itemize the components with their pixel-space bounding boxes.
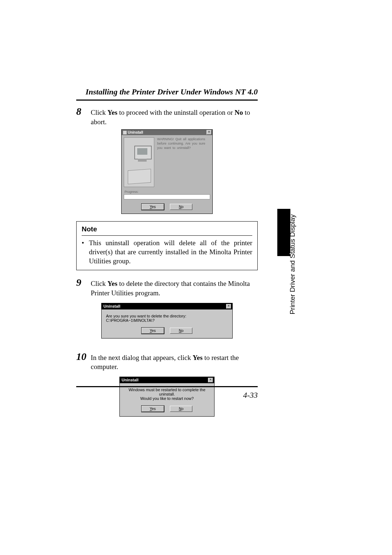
progress-bar (124, 194, 210, 199)
text: es (152, 407, 156, 411)
dialog-title: Uninstall (103, 304, 120, 308)
note-box: Note • This uninstall operation will del… (76, 221, 258, 270)
hotkey: N (179, 205, 181, 209)
dialog-title: Uninstall (128, 130, 143, 134)
text: In the next dialog that appears, click (91, 354, 193, 361)
step-number: 8 (76, 106, 91, 117)
uninstall-dialog-delete-dir: Uninstall × Are you sure you want to del… (101, 303, 233, 339)
text: Click (91, 109, 107, 116)
dialog-title: Uninstall (122, 378, 138, 382)
no-button[interactable]: No (170, 328, 192, 334)
text: to proceed with the uninstall operation … (117, 109, 234, 116)
uninstall-dialog-warning: Uninstall × WARNING! Quit all applicatio… (121, 129, 213, 214)
no-button[interactable]: No (170, 204, 192, 210)
app-icon (123, 131, 127, 134)
section-title: Installing the Printer Driver Under Wind… (76, 87, 258, 97)
dialog-message: Are you sure you want to delete the dire… (102, 309, 232, 325)
step-8: 8 Click Yes to proceed with the uninstal… (76, 106, 258, 126)
close-icon[interactable]: × (226, 304, 231, 309)
uninstall-dialog-restart: Uninstall × Windows must be restarted to… (119, 377, 215, 417)
bullet-icon: • (82, 239, 89, 266)
spacer (76, 339, 258, 352)
footer-rule (76, 386, 258, 387)
page-number: 4-33 (243, 390, 258, 400)
dialog-message: WARNING! Quit all applications before co… (154, 137, 210, 187)
printer-icon (128, 169, 151, 184)
text: o (181, 407, 184, 411)
note-text: This uninstall operation will delete all… (89, 239, 252, 266)
dialog-graphic (124, 137, 154, 187)
text: o (181, 329, 184, 333)
dialog-body: WARNING! Quit all applications before co… (122, 135, 212, 189)
step-text: Click Yes to proceed with the uninstall … (91, 106, 258, 126)
yes-button[interactable]: Yes (142, 406, 164, 412)
progress-label: Progress: (122, 190, 212, 194)
step-9: 9 Click Yes to delete the directory that… (76, 278, 258, 297)
content-column: Installing the Printer Driver Under Wind… (76, 87, 258, 417)
step-10: 10 In the next dialog that appears, clic… (76, 352, 258, 372)
dialog-buttons: Yes No (120, 403, 214, 416)
bold-yes: Yes (107, 109, 117, 116)
step-text: Click Yes to delete the directory that c… (91, 278, 258, 297)
step-number: 10 (76, 352, 91, 362)
dialog-buttons: Yes No (102, 325, 232, 338)
hotkey: N (179, 407, 181, 411)
note-rule (82, 235, 252, 236)
text-line: Windows must be restarted to complete th… (123, 388, 211, 396)
hotkey: N (179, 329, 181, 333)
bold-no: No (234, 109, 243, 116)
bold-yes: Yes (193, 354, 203, 361)
text: es (152, 205, 156, 209)
step-text: In the next dialog that appears, click Y… (91, 352, 258, 372)
yes-button[interactable]: Yes (142, 204, 164, 210)
dialog-titlebar: Uninstall × (102, 303, 232, 309)
text: es (152, 329, 156, 333)
note-title: Note (82, 225, 252, 233)
header-rule (76, 100, 258, 101)
close-icon[interactable]: × (208, 378, 213, 382)
bold-yes: Yes (107, 280, 117, 287)
dialog-title-wrap: Uninstall (123, 130, 143, 134)
text: Click (91, 280, 107, 287)
step-number: 9 (76, 278, 91, 288)
yes-button[interactable]: Yes (142, 328, 164, 334)
dialog-titlebar: Uninstall × (120, 377, 214, 383)
monitor-base-icon (138, 159, 147, 162)
manual-page: Installing the Printer Driver Under Wind… (0, 0, 392, 555)
dialog-titlebar: Uninstall × (122, 130, 212, 135)
close-icon[interactable]: × (207, 130, 212, 135)
side-label: Printer Driver and Status Display (289, 214, 297, 315)
dialog-buttons: Yes No (122, 203, 212, 214)
monitor-icon (134, 146, 152, 159)
no-button[interactable]: No (170, 406, 192, 412)
note-bullet: • This uninstall operation will delete a… (82, 239, 252, 266)
text-line: Would you like to restart now? (123, 396, 211, 401)
text: o (181, 205, 184, 209)
